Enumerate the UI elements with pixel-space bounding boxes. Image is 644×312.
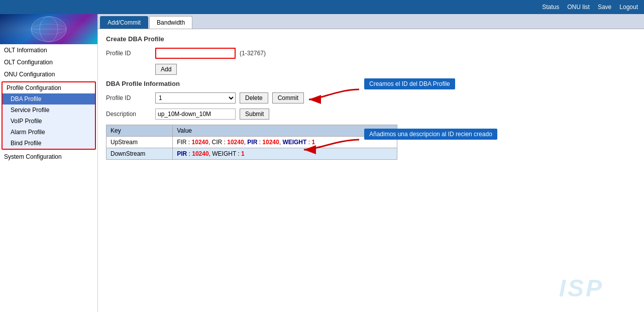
add-button[interactable]: Add (155, 64, 177, 75)
submit-button[interactable]: Submit (240, 109, 269, 120)
topbar: Status ONU list Save Logout (0, 0, 644, 14)
annotation-box-1: Creamos el ID del DBA Profile (364, 78, 455, 89)
description-label: Description (106, 111, 151, 118)
create-dba-title: Create DBA Profile (106, 35, 636, 43)
sidebar-item-profile-config[interactable]: Profile Configuration (3, 82, 95, 93)
sidebar-item-olt-info[interactable]: OLT Information (0, 44, 97, 56)
status-link[interactable]: Status (542, 4, 559, 11)
sidebar-item-onu-config[interactable]: ONU Configuration (0, 68, 97, 80)
description-row: Description Submit (106, 109, 636, 120)
sidebar-item-olt-config[interactable]: OLT Configuration (0, 56, 97, 68)
svg-point-3 (31, 24, 66, 34)
profile-id-select[interactable]: 1 (155, 92, 236, 103)
sidebar-logo (0, 14, 97, 44)
create-profile-id-label: Profile ID (106, 50, 151, 57)
create-profile-id-input[interactable] (155, 48, 236, 59)
tab-add-commit[interactable]: Add/Commit (100, 16, 148, 29)
profile-id-hint: (1-32767) (240, 50, 266, 57)
watermark: ISP (559, 274, 604, 302)
sidebar-item-system-config[interactable]: System Configuration (0, 151, 97, 163)
save-link[interactable]: Save (598, 4, 611, 11)
sidebar-item-service-profile[interactable]: Service Profile (3, 105, 95, 116)
col-key: Key (106, 125, 173, 137)
sidebar: OLT Information OLT Configuration ONU Co… (0, 14, 98, 312)
arrow-1-svg (304, 84, 364, 110)
info-profile-id-label: Profile ID (106, 94, 151, 101)
profile-config-group: Profile Configuration DBA Profile Servic… (2, 81, 96, 150)
row-key: DownStream (106, 148, 173, 160)
main-content: Add/Commit Bandwidth Create DBA Profile … (98, 14, 644, 312)
add-button-row: Add (106, 64, 636, 75)
onu-list-link[interactable]: ONU list (567, 4, 590, 11)
create-profile-id-row: Profile ID (1-32767) (106, 48, 636, 59)
row-key: UpStream (106, 137, 173, 148)
sidebar-item-voip-profile[interactable]: VoIP Profile (3, 116, 95, 127)
svg-point-0 (31, 17, 66, 42)
sidebar-item-bind-profile[interactable]: Bind Profile (3, 138, 95, 149)
sidebar-item-alarm-profile[interactable]: Alarm Profile (3, 127, 95, 138)
description-input[interactable] (155, 109, 236, 120)
delete-button[interactable]: Delete (240, 92, 268, 103)
commit-button[interactable]: Commit (272, 92, 304, 103)
svg-point-1 (40, 17, 58, 42)
arrow-2-svg (299, 135, 364, 160)
tab-bandwidth[interactable]: Bandwidth (149, 16, 192, 29)
sidebar-item-dba-profile[interactable]: DBA Profile (3, 93, 95, 105)
annotation-box-2: Añadimos una descripcion al ID recien cr… (364, 129, 497, 140)
info-profile-id-row: Profile ID 1 Delete Commit (106, 92, 636, 103)
logout-link[interactable]: Logout (619, 4, 638, 11)
content-area: Create DBA Profile Profile ID (1-32767) … (98, 29, 644, 312)
tabbar: Add/Commit Bandwidth (98, 14, 644, 29)
